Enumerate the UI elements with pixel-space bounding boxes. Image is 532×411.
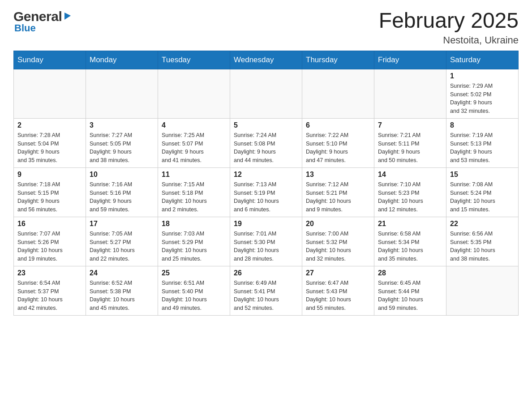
day-number: 13: [306, 171, 370, 179]
logo-blue-text: Blue: [13, 22, 36, 34]
day-info: Sunrise: 6:58 AM Sunset: 5:34 PM Dayligh…: [378, 230, 442, 263]
day-number: 1: [450, 72, 515, 80]
day-info: Sunrise: 7:05 AM Sunset: 5:27 PM Dayligh…: [90, 230, 154, 263]
table-row: [302, 69, 374, 118]
day-number: 8: [450, 121, 515, 129]
table-row: 3Sunrise: 7:27 AM Sunset: 5:05 PM Daylig…: [86, 118, 158, 167]
header-saturday: Saturday: [446, 51, 519, 69]
calendar-table: Sunday Monday Tuesday Wednesday Thursday…: [13, 51, 519, 316]
day-number: 14: [378, 171, 442, 179]
day-info: Sunrise: 7:03 AM Sunset: 5:29 PM Dayligh…: [162, 230, 226, 263]
table-row: 26Sunrise: 6:49 AM Sunset: 5:41 PM Dayli…: [230, 266, 302, 315]
logo: General Blue: [13, 9, 73, 34]
table-row: 4Sunrise: 7:25 AM Sunset: 5:07 PM Daylig…: [158, 118, 230, 167]
day-info: Sunrise: 6:52 AM Sunset: 5:38 PM Dayligh…: [90, 279, 154, 313]
table-row: 25Sunrise: 6:51 AM Sunset: 5:40 PM Dayli…: [158, 266, 230, 315]
table-row: 24Sunrise: 6:52 AM Sunset: 5:38 PM Dayli…: [86, 266, 158, 315]
table-row: 9Sunrise: 7:18 AM Sunset: 5:15 PM Daylig…: [14, 167, 86, 217]
day-number: 11: [162, 171, 226, 179]
day-info: Sunrise: 7:00 AM Sunset: 5:32 PM Dayligh…: [306, 230, 370, 263]
day-info: Sunrise: 7:13 AM Sunset: 5:19 PM Dayligh…: [234, 180, 298, 214]
weekday-header-row: Sunday Monday Tuesday Wednesday Thursday…: [14, 51, 519, 69]
table-row: 27Sunrise: 6:47 AM Sunset: 5:43 PM Dayli…: [302, 266, 374, 315]
calendar-week-5: 23Sunrise: 6:54 AM Sunset: 5:37 PM Dayli…: [14, 266, 519, 315]
calendar-week-4: 16Sunrise: 7:07 AM Sunset: 5:26 PM Dayli…: [14, 217, 519, 266]
logo-general-text: General: [13, 9, 62, 24]
table-row: 21Sunrise: 6:58 AM Sunset: 5:34 PM Dayli…: [374, 217, 446, 266]
day-info: Sunrise: 7:15 AM Sunset: 5:18 PM Dayligh…: [162, 180, 226, 214]
table-row: 23Sunrise: 6:54 AM Sunset: 5:37 PM Dayli…: [14, 266, 86, 315]
table-row: 6Sunrise: 7:22 AM Sunset: 5:10 PM Daylig…: [302, 118, 374, 167]
day-number: 27: [306, 269, 370, 277]
table-row: 22Sunrise: 6:56 AM Sunset: 5:35 PM Dayli…: [446, 217, 519, 266]
day-number: 6: [306, 121, 370, 129]
header-wednesday: Wednesday: [230, 51, 302, 69]
table-row: 12Sunrise: 7:13 AM Sunset: 5:19 PM Dayli…: [230, 167, 302, 217]
table-row: 1Sunrise: 7:29 AM Sunset: 5:02 PM Daylig…: [446, 69, 519, 118]
table-row: 5Sunrise: 7:24 AM Sunset: 5:08 PM Daylig…: [230, 118, 302, 167]
day-info: Sunrise: 6:56 AM Sunset: 5:35 PM Dayligh…: [450, 230, 515, 263]
day-info: Sunrise: 7:12 AM Sunset: 5:21 PM Dayligh…: [306, 180, 370, 214]
table-row: 19Sunrise: 7:01 AM Sunset: 5:30 PM Dayli…: [230, 217, 302, 266]
header-friday: Friday: [374, 51, 446, 69]
day-number: 10: [90, 171, 154, 179]
table-row: [446, 266, 519, 315]
day-number: 24: [90, 269, 154, 277]
table-row: [86, 69, 158, 118]
day-info: Sunrise: 7:24 AM Sunset: 5:08 PM Dayligh…: [234, 131, 298, 165]
day-number: 28: [378, 269, 442, 277]
day-info: Sunrise: 7:29 AM Sunset: 5:02 PM Dayligh…: [450, 82, 515, 116]
table-row: 13Sunrise: 7:12 AM Sunset: 5:21 PM Dayli…: [302, 167, 374, 217]
calendar-week-2: 2Sunrise: 7:28 AM Sunset: 5:04 PM Daylig…: [14, 118, 519, 167]
day-number: 26: [234, 269, 298, 277]
calendar-week-1: 1Sunrise: 7:29 AM Sunset: 5:02 PM Daylig…: [14, 69, 519, 118]
day-number: 15: [450, 171, 515, 179]
table-row: 7Sunrise: 7:21 AM Sunset: 5:11 PM Daylig…: [374, 118, 446, 167]
header-thursday: Thursday: [302, 51, 374, 69]
day-info: Sunrise: 7:19 AM Sunset: 5:13 PM Dayligh…: [450, 131, 515, 165]
logo-arrow-icon: [63, 11, 73, 22]
day-number: 5: [234, 121, 298, 129]
day-number: 20: [306, 220, 370, 228]
day-info: Sunrise: 7:10 AM Sunset: 5:23 PM Dayligh…: [378, 180, 442, 214]
calendar-title: February 2025: [379, 9, 519, 33]
day-info: Sunrise: 7:27 AM Sunset: 5:05 PM Dayligh…: [90, 131, 154, 165]
table-row: 17Sunrise: 7:05 AM Sunset: 5:27 PM Dayli…: [86, 217, 158, 266]
day-info: Sunrise: 7:22 AM Sunset: 5:10 PM Dayligh…: [306, 131, 370, 165]
table-row: 18Sunrise: 7:03 AM Sunset: 5:29 PM Dayli…: [158, 217, 230, 266]
table-row: 20Sunrise: 7:00 AM Sunset: 5:32 PM Dayli…: [302, 217, 374, 266]
header-sunday: Sunday: [14, 51, 86, 69]
calendar-subtitle: Nestoita, Ukraine: [379, 34, 519, 46]
day-info: Sunrise: 6:49 AM Sunset: 5:41 PM Dayligh…: [234, 279, 298, 313]
table-row: 11Sunrise: 7:15 AM Sunset: 5:18 PM Dayli…: [158, 167, 230, 217]
day-number: 23: [17, 269, 82, 277]
calendar-week-3: 9Sunrise: 7:18 AM Sunset: 5:15 PM Daylig…: [14, 167, 519, 217]
header-tuesday: Tuesday: [158, 51, 230, 69]
table-row: 10Sunrise: 7:16 AM Sunset: 5:16 PM Dayli…: [86, 167, 158, 217]
day-info: Sunrise: 6:45 AM Sunset: 5:44 PM Dayligh…: [378, 279, 442, 313]
day-info: Sunrise: 7:18 AM Sunset: 5:15 PM Dayligh…: [17, 180, 82, 214]
day-number: 25: [162, 269, 226, 277]
day-number: 17: [90, 220, 154, 228]
day-info: Sunrise: 7:28 AM Sunset: 5:04 PM Dayligh…: [17, 131, 82, 165]
day-number: 9: [17, 171, 82, 179]
table-row: 14Sunrise: 7:10 AM Sunset: 5:23 PM Dayli…: [374, 167, 446, 217]
table-row: 2Sunrise: 7:28 AM Sunset: 5:04 PM Daylig…: [14, 118, 86, 167]
day-info: Sunrise: 7:01 AM Sunset: 5:30 PM Dayligh…: [234, 230, 298, 263]
day-number: 19: [234, 220, 298, 228]
table-row: 8Sunrise: 7:19 AM Sunset: 5:13 PM Daylig…: [446, 118, 519, 167]
table-row: [158, 69, 230, 118]
table-row: 28Sunrise: 6:45 AM Sunset: 5:44 PM Dayli…: [374, 266, 446, 315]
day-info: Sunrise: 7:08 AM Sunset: 5:24 PM Dayligh…: [450, 180, 515, 214]
table-row: 15Sunrise: 7:08 AM Sunset: 5:24 PM Dayli…: [446, 167, 519, 217]
page-header: General Blue February 2025 Nestoita, Ukr…: [13, 9, 519, 46]
day-number: 4: [162, 121, 226, 129]
day-number: 18: [162, 220, 226, 228]
day-info: Sunrise: 7:07 AM Sunset: 5:26 PM Dayligh…: [17, 230, 82, 263]
day-number: 22: [450, 220, 515, 228]
day-number: 12: [234, 171, 298, 179]
svg-marker-0: [64, 13, 71, 20]
day-info: Sunrise: 7:16 AM Sunset: 5:16 PM Dayligh…: [90, 180, 154, 214]
table-row: [230, 69, 302, 118]
day-number: 7: [378, 121, 442, 129]
